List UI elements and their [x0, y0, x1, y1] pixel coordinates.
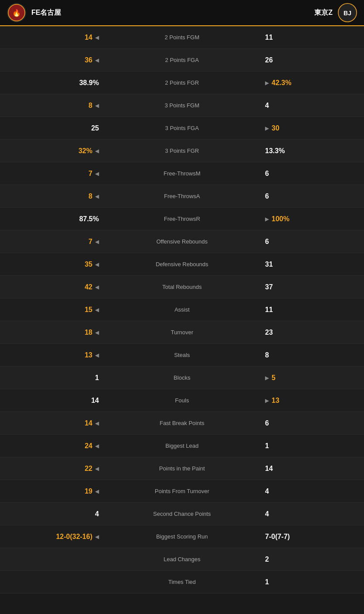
left-value-cell: 14 — [0, 397, 102, 405]
left-value-cell: 19◀ — [0, 487, 102, 495]
left-value-cell: 38.9% — [0, 79, 102, 87]
left-value-cell: 8◀ — [0, 192, 102, 200]
left-stat-value: 22 — [66, 465, 92, 473]
left-team-section: 🔥 FE名古屋 — [7, 3, 61, 22]
stat-row: Lead Changes2 — [0, 548, 364, 571]
stat-label: Points in the Paint — [102, 465, 262, 472]
stat-label: Assist — [102, 306, 262, 313]
stat-label: Free-ThrowsR — [102, 216, 262, 222]
left-arrow-icon: ◀ — [95, 57, 99, 63]
right-value-cell: 4 — [262, 102, 364, 110]
left-stat-value: 13 — [66, 351, 92, 359]
right-stat-value: 7-0(7-7) — [265, 533, 291, 541]
right-stat-value: 6 — [265, 238, 291, 246]
left-value-cell: 25 — [0, 124, 102, 132]
stat-row: 22◀Points in the Paint14 — [0, 457, 364, 480]
right-stat-value: 13 — [272, 397, 298, 405]
right-value-cell: 37 — [262, 283, 364, 291]
stat-label: Defensive Rebounds — [102, 261, 262, 268]
svg-text:BJ: BJ — [344, 10, 351, 17]
right-stat-value: 2 — [265, 556, 291, 563]
stat-label: 3 Points FGR — [102, 147, 262, 154]
stats-table: 14◀2 Points FGM1136◀2 Points FGA2638.9%2… — [0, 26, 364, 593]
right-stat-value: 1 — [265, 442, 291, 450]
left-value-cell: 18◀ — [0, 329, 102, 336]
left-stat-value: 42 — [66, 283, 92, 291]
right-value-cell: 11 — [262, 306, 364, 314]
left-value-cell: 42◀ — [0, 283, 102, 291]
stat-row: 87.5%Free-ThrowsR▶100% — [0, 208, 364, 230]
right-value-cell: 4 — [262, 487, 364, 495]
stat-row: 7◀Free-ThrowsM6 — [0, 162, 364, 185]
left-value-cell: 7◀ — [0, 170, 102, 178]
left-value-cell: 7◀ — [0, 238, 102, 246]
left-arrow-icon: ◀ — [95, 148, 99, 154]
right-value-cell: ▶42.3% — [262, 79, 364, 87]
right-value-cell: 6 — [262, 419, 364, 427]
left-stat-value: 32% — [66, 147, 92, 155]
page-header: 🔥 FE名古屋 東京Z BJ — [0, 0, 364, 26]
stat-label: Points From Turnover — [102, 488, 262, 494]
left-value-cell: 8◀ — [0, 102, 102, 110]
left-arrow-icon: ◀ — [95, 103, 99, 109]
right-stat-value: 1 — [265, 578, 291, 586]
right-value-cell: ▶100% — [262, 215, 364, 223]
left-value-cell: 87.5% — [0, 215, 102, 223]
right-value-cell: 6 — [262, 170, 364, 178]
stat-row: 7◀Offensive Rebounds6 — [0, 230, 364, 253]
stat-label: Fast Break Points — [102, 420, 262, 426]
stat-row: 253 Points FGA▶30 — [0, 117, 364, 140]
left-stat-value: 8 — [66, 192, 92, 200]
left-stat-value: 14 — [66, 419, 92, 427]
left-arrow-icon: ◀ — [95, 466, 99, 472]
left-arrow-icon: ◀ — [95, 329, 99, 336]
left-stat-value: 8 — [66, 102, 92, 110]
right-team-logo: BJ — [338, 3, 357, 22]
right-arrow-icon: ▶ — [265, 216, 269, 222]
left-value-cell: 35◀ — [0, 261, 102, 268]
left-stat-value: 36 — [66, 56, 92, 64]
left-value-cell: 24◀ — [0, 442, 102, 450]
left-arrow-icon: ◀ — [95, 239, 99, 245]
stat-row: 14Fouls▶13 — [0, 389, 364, 412]
left-arrow-icon: ◀ — [95, 34, 99, 41]
left-value-cell: 1 — [0, 374, 102, 382]
right-value-cell: ▶30 — [262, 124, 364, 132]
right-value-cell: 7-0(7-7) — [262, 533, 364, 541]
left-arrow-icon: ◀ — [95, 307, 99, 313]
left-arrow-icon: ◀ — [95, 488, 99, 494]
right-stat-value: 5 — [272, 374, 298, 382]
left-value-cell: 14◀ — [0, 34, 102, 41]
right-stat-value: 4 — [265, 102, 291, 110]
right-value-cell: 6 — [262, 238, 364, 246]
left-stat-value: 18 — [66, 329, 92, 336]
svg-text:🔥: 🔥 — [12, 9, 21, 17]
stat-label: Steals — [102, 352, 262, 358]
left-value-cell: 12-0(32-16)◀ — [0, 533, 102, 541]
stat-label: 2 Points FGM — [102, 34, 262, 41]
stat-row: 12-0(32-16)◀Biggest Scoring Run7-0(7-7) — [0, 525, 364, 548]
right-value-cell: 6 — [262, 192, 364, 200]
stat-label: Lead Changes — [102, 556, 262, 563]
left-stat-value: 25 — [73, 124, 99, 132]
stat-label: Biggest Scoring Run — [102, 533, 262, 540]
right-stat-value: 42.3% — [272, 79, 298, 87]
left-arrow-icon: ◀ — [95, 352, 99, 358]
right-value-cell: ▶13 — [262, 397, 364, 405]
right-arrow-icon: ▶ — [265, 125, 269, 131]
stat-label: Free-ThrowsM — [102, 170, 262, 177]
stat-row: 1Blocks▶5 — [0, 367, 364, 389]
stat-label: Free-ThrowsA — [102, 193, 262, 199]
right-stat-value: 11 — [265, 34, 291, 41]
stat-label: 3 Points FGM — [102, 102, 262, 109]
stat-label: 2 Points FGR — [102, 79, 262, 86]
stat-label: Biggest Lead — [102, 442, 262, 449]
right-stat-value: 4 — [265, 487, 291, 495]
right-value-cell: 14 — [262, 465, 364, 473]
stat-row: 13◀Steals8 — [0, 344, 364, 367]
left-stat-value: 7 — [66, 238, 92, 246]
stat-label: 3 Points FGA — [102, 125, 262, 131]
stat-label: Times Tied — [102, 579, 262, 585]
stat-row: 19◀Points From Turnover4 — [0, 480, 364, 503]
stat-label: Total Rebounds — [102, 284, 262, 290]
